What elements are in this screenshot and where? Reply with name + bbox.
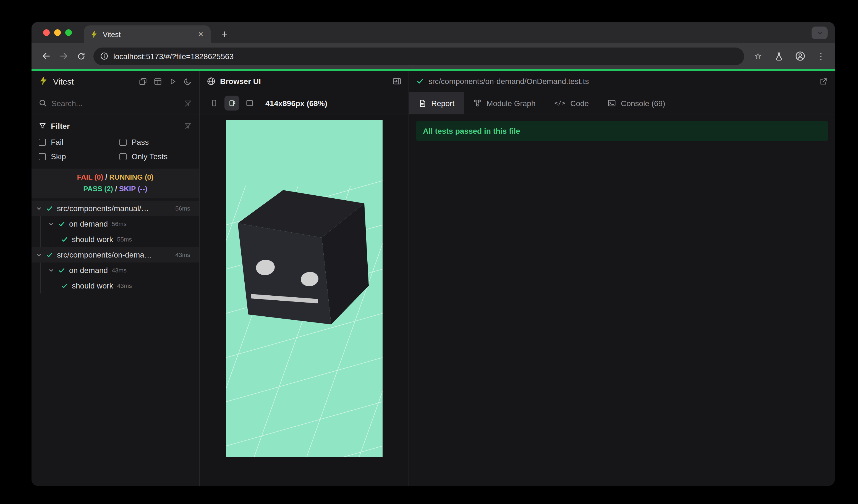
theme-toggle-moon-icon[interactable] [184,77,192,85]
chevron-down-icon[interactable] [48,267,54,273]
profile-avatar-icon[interactable] [792,48,808,64]
filter-option-skip[interactable]: Skip [39,152,120,161]
tree-file-row[interactable]: src/components/on-dema… 43ms [32,247,199,262]
dashboard-layout-icon[interactable] [154,77,162,85]
fail-count: FAIL (0) [77,173,104,181]
run-all-icon[interactable] [169,77,177,85]
preview-area [200,114,409,486]
open-in-panel-icon[interactable] [393,77,401,86]
filter-option-pass[interactable]: Pass [120,137,192,146]
duration: 43ms [117,282,132,289]
sidebar: Vitest [32,71,200,486]
tree-guide [54,231,54,247]
tree-suite-row[interactable]: on demand 56ms [32,216,199,231]
vitest-favicon-icon [90,30,98,38]
browser-tabstrip: Vitest ✕ + [32,22,835,43]
maximize-window-button[interactable] [65,29,72,36]
url-input[interactable] [113,52,737,61]
all-tests-passed-banner: All tests passed in this file [416,121,828,141]
checkbox-fail[interactable] [39,139,46,146]
filter-option-fail[interactable]: Fail [39,137,120,146]
panel-title: Browser UI [220,77,261,86]
test-stats: FAIL (0) / RUNNING (0) PASS (2) / SKIP (… [32,168,199,198]
filter-label: Only Tests [131,152,168,161]
pass-check-icon [46,251,53,258]
filter-options: Fail Pass Skip Only Tests [39,137,192,161]
code-icon: </> [555,99,566,107]
vitest-ui: Vitest [32,71,835,486]
tab-code[interactable]: </> Code [545,92,599,114]
device-tablet-icon[interactable] [242,96,257,111]
tree-guide [54,278,54,293]
module-graph-icon [473,99,481,107]
robot-3d-scene [226,120,382,457]
bookmark-star-icon[interactable]: ☆ [750,48,766,64]
pass-check-icon [416,77,424,85]
minimize-window-button[interactable] [54,29,61,36]
chevron-down-icon[interactable] [48,221,54,227]
reload-icon[interactable] [73,47,90,65]
experiments-flask-icon[interactable] [770,48,787,64]
tree-test-row[interactable]: should work 43ms [32,278,199,293]
browser-menu-icon[interactable]: ⋮ [813,48,829,64]
device-mobile-icon[interactable] [207,96,222,111]
running-count: RUNNING (0) [109,173,154,181]
tree-test-row[interactable]: should work 55ms [32,231,199,247]
checkbox-only-tests[interactable] [120,153,127,160]
report-tabs: Report Module Graph </> Code [409,92,835,114]
browser-ui-panel: Browser UI [200,71,409,486]
tab-close-icon[interactable]: ✕ [196,29,206,39]
chevron-down-icon[interactable] [36,252,42,258]
viewport-size-label: 414x896px (68%) [265,99,327,108]
tab-label: Code [570,99,589,108]
browser-tab[interactable]: Vitest ✕ [84,26,211,43]
device-toolbar: 414x896px (68%) [200,92,409,114]
pass-check-icon [61,236,68,243]
close-window-button[interactable] [43,29,50,36]
chevron-down-icon[interactable] [36,205,42,211]
duration: 56ms [112,221,127,227]
search-row [32,92,199,114]
filter-option-only-tests[interactable]: Only Tests [120,152,192,161]
file-label: src/components/on-dema… [57,250,152,259]
tree-guide [41,216,41,247]
tab-title: Vitest [103,30,191,38]
screen: Vitest ✕ + [0,0,858,504]
suite-label: on demand [69,266,108,275]
tab-module-graph[interactable]: Module Graph [464,92,545,114]
pass-check-icon [46,205,53,212]
tree-suite-row[interactable]: on demand 43ms [32,262,199,278]
suite-label: on demand [69,220,108,228]
tab-report[interactable]: Report [409,92,464,114]
sidebar-header: Vitest [32,71,199,92]
tab-search-button[interactable] [812,27,828,39]
collapse-tests-icon[interactable] [139,77,147,85]
pass-check-icon [58,220,65,227]
new-tab-button[interactable]: + [216,26,233,43]
device-rotate-icon[interactable] [224,96,239,111]
toolbar-right: ☆ ⋮ [750,48,829,64]
report-header: src/components/on-demand/OnDemand.test.t… [409,71,835,92]
tab-label: Module Graph [487,99,536,108]
search-input[interactable] [51,99,180,108]
forward-icon[interactable] [55,47,73,65]
tree-file-row[interactable]: src/components/manual/… 56ms [32,200,199,216]
address-bar[interactable] [93,47,744,65]
filter-clear-icon[interactable] [184,122,192,130]
browser-ui-header: Browser UI [200,71,409,92]
checkbox-pass[interactable] [120,139,127,146]
filter-title: Filter [51,121,70,130]
checkbox-skip[interactable] [39,153,46,160]
browser-preview-viewport[interactable] [226,120,382,457]
site-info-icon[interactable] [100,52,108,60]
filter-label: Skip [51,152,66,161]
clear-search-filter-icon[interactable] [184,99,192,107]
stats-line-2: PASS (2) / SKIP (--) [32,183,199,195]
globe-icon [207,77,216,86]
filter-header: Filter [39,121,192,130]
tab-console[interactable]: Console (69) [598,92,674,114]
open-external-icon[interactable] [819,77,828,85]
file-label: src/components/manual/… [57,204,149,213]
stats-line-1: FAIL (0) / RUNNING (0) [32,171,199,183]
back-icon[interactable] [37,47,55,65]
